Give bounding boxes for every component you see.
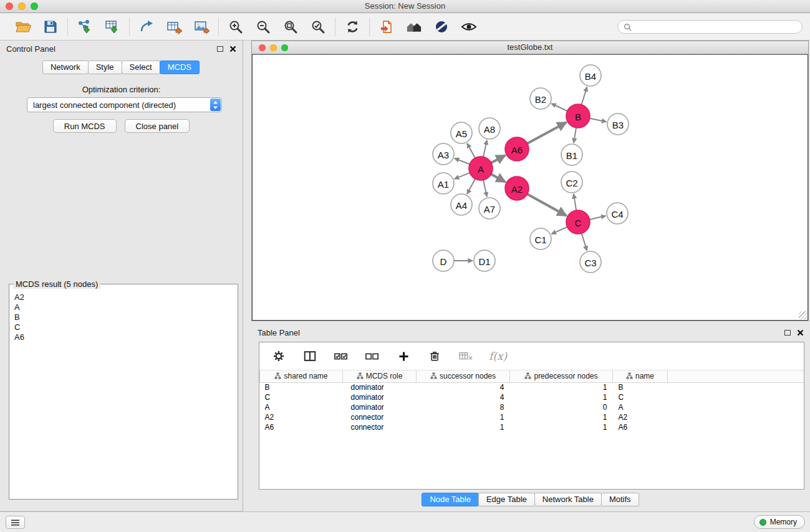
graph-node-B2[interactable]: B2 [530, 88, 551, 109]
import-table-icon[interactable] [104, 18, 121, 36]
mcds-result-item[interactable]: A [9, 302, 238, 312]
add-column-icon[interactable] [395, 348, 412, 364]
network-minimize-button[interactable] [270, 44, 277, 51]
open-folder-icon[interactable] [14, 18, 32, 36]
graph-edge-B-B1[interactable] [574, 128, 576, 143]
settings-gear-icon[interactable] [271, 348, 287, 364]
export-document-icon[interactable] [378, 18, 395, 36]
graph-node-A6[interactable]: A6 [505, 137, 529, 161]
hide-details-icon[interactable] [433, 18, 450, 36]
graph-edge-C-C2[interactable] [574, 194, 576, 210]
graph-node-A8[interactable]: A8 [479, 118, 500, 139]
export-image-icon[interactable] [193, 18, 210, 36]
close-window-button[interactable] [6, 2, 13, 10]
tab-select[interactable]: Select [122, 60, 160, 74]
graph-node-D[interactable]: D [433, 250, 454, 271]
mcds-result-item[interactable]: A2 [9, 293, 238, 302]
graph-node-A5[interactable]: A5 [451, 122, 472, 143]
tab-mcds[interactable]: MCDS [160, 60, 200, 74]
zoom-in-icon[interactable] [227, 18, 244, 36]
search-field[interactable] [617, 20, 803, 34]
save-session-icon[interactable] [42, 18, 59, 36]
search-input[interactable] [635, 22, 796, 31]
graph-edge-B-B4[interactable] [582, 87, 587, 105]
tab-node-table[interactable]: Node Table [422, 493, 479, 506]
graph-node-A1[interactable]: A1 [433, 173, 454, 194]
graph-edge-C-C3[interactable] [582, 233, 587, 251]
graph-node-A[interactable]: A [469, 157, 493, 180]
graph-node-B1[interactable]: B1 [561, 144, 582, 165]
column-header-MCDS-role[interactable]: MCDS role [343, 370, 417, 382]
graph-edge-A-A4[interactable] [467, 179, 475, 194]
graph-node-A4[interactable]: A4 [451, 194, 472, 215]
tab-network-table[interactable]: Network Table [534, 493, 602, 506]
mcds-result-item[interactable]: B [9, 312, 238, 322]
select-all-icon[interactable] [333, 348, 349, 364]
graph-node-C1[interactable]: C1 [530, 228, 551, 249]
graph-node-A2[interactable]: A2 [505, 177, 529, 200]
graph-edge-B-B2[interactable] [551, 104, 567, 111]
graph-edge-A-A1[interactable] [455, 173, 470, 179]
graph-edge-A2-C[interactable] [528, 194, 567, 216]
graph-node-C3[interactable]: C3 [580, 251, 601, 273]
refresh-layout-icon[interactable] [344, 18, 361, 36]
close-panel-icon[interactable] [229, 46, 236, 52]
graph-node-A3[interactable]: A3 [433, 143, 454, 165]
memory-button[interactable]: Memory [754, 515, 805, 529]
graph-node-B[interactable]: B [566, 104, 590, 128]
graph-node-A7[interactable]: A7 [479, 198, 500, 219]
eye-icon[interactable] [460, 18, 478, 36]
graph-edge-C-C4[interactable] [590, 216, 606, 220]
task-history-button[interactable] [6, 516, 25, 529]
table-row[interactable]: A6connector11A6 [260, 422, 804, 432]
graph-edge-A-A6[interactable] [491, 155, 506, 163]
tab-edge-table[interactable]: Edge Table [478, 493, 535, 506]
import-network-icon[interactable] [76, 18, 94, 36]
table-row[interactable]: Cdominator41C [260, 392, 804, 402]
network-zoom-button[interactable] [281, 44, 288, 51]
graph-node-D1[interactable]: D1 [474, 250, 495, 271]
table-row[interactable]: Bdominator41B [260, 382, 804, 392]
zoom-fit-icon[interactable] [282, 18, 299, 36]
graph-edge-A-A3[interactable] [455, 158, 470, 164]
graph-node-C2[interactable]: C2 [561, 172, 582, 193]
zoom-window-button[interactable] [31, 2, 38, 10]
graph-node-C4[interactable]: C4 [607, 203, 628, 224]
table-row[interactable]: Adominator80A [260, 402, 804, 412]
graph-node-C[interactable]: C [566, 210, 590, 234]
graph-edge-A-A7[interactable] [483, 180, 487, 197]
network-graph[interactable]: AA1A2A3A4A5A6A7A8BB1B2B3B4CC1C2C3C4DD1 [253, 55, 808, 321]
graph-node-B4[interactable]: B4 [580, 65, 601, 86]
graph-node-B3[interactable]: B3 [607, 114, 629, 135]
run-mcds-button[interactable]: Run MCDS [53, 119, 117, 133]
tab-style[interactable]: Style [88, 60, 122, 74]
graph-edge-A6-B[interactable] [528, 122, 567, 143]
minimize-window-button[interactable] [18, 2, 26, 10]
resize-grip[interactable] [799, 311, 807, 319]
close-panel-button[interactable]: Close panel [125, 119, 190, 133]
export-network-icon[interactable] [138, 18, 155, 36]
network-overview-icon[interactable] [405, 18, 423, 36]
table-close-panel-icon[interactable] [797, 329, 804, 336]
tab-network[interactable]: Network [42, 60, 89, 74]
mcds-result-item[interactable]: C [9, 322, 238, 332]
table-row[interactable]: A2connector11A2 [260, 412, 804, 422]
graph-edge-B-B3[interactable] [590, 118, 607, 122]
column-header-name[interactable]: name [613, 370, 668, 382]
tab-motifs[interactable]: Motifs [601, 493, 639, 506]
graph-edge-A-A2[interactable] [491, 174, 506, 182]
graph-edge-C-C1[interactable] [551, 227, 567, 234]
deselect-all-icon[interactable] [364, 348, 380, 364]
graph-edge-A-A8[interactable] [483, 140, 487, 157]
mcds-result-item[interactable]: A6 [9, 332, 238, 342]
graph-edge-A-A5[interactable] [467, 143, 475, 158]
optimization-criterion-dropdown[interactable]: largest connected component (directed) [27, 97, 222, 112]
column-header-predecessor-nodes[interactable]: predecessor nodes [510, 370, 613, 382]
delete-rows-icon[interactable] [427, 348, 443, 364]
float-panel-icon[interactable] [217, 46, 223, 52]
zoom-out-icon[interactable] [254, 18, 272, 36]
table-float-panel-icon[interactable] [784, 330, 791, 336]
column-header-shared-name[interactable]: shared name [260, 370, 343, 382]
zoom-selected-icon[interactable] [309, 18, 327, 36]
network-canvas[interactable]: AA1A2A3A4A5A6A7A8BB1B2B3B4CC1C2C3C4DD1 [252, 54, 808, 321]
